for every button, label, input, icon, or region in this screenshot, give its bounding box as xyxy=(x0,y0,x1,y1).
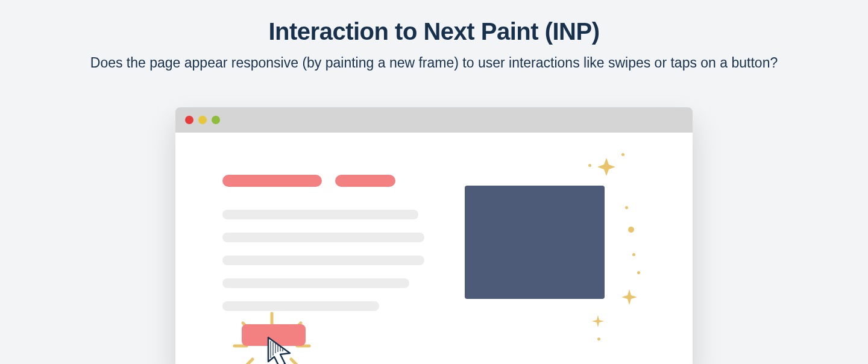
sparkle-icon xyxy=(591,315,605,328)
sparkle-dot xyxy=(625,206,628,209)
sparkle-dot xyxy=(621,153,624,156)
svg-point-13 xyxy=(628,227,634,233)
browser-mockup xyxy=(175,107,693,364)
sparkle-dot xyxy=(637,271,640,274)
svg-line-5 xyxy=(243,359,253,364)
sparkle-icon xyxy=(620,288,638,306)
window-close-dot xyxy=(185,116,193,124)
sparkle-dot xyxy=(588,164,591,167)
skeleton-text-line xyxy=(222,278,409,288)
skeleton-heading-pill xyxy=(335,175,395,187)
page-title: Interaction to Next Paint (INP) xyxy=(0,18,868,45)
sparkle-dot xyxy=(597,337,600,340)
skeleton-text-line xyxy=(222,301,379,311)
window-expand-dot xyxy=(212,116,220,124)
sparkle-icon xyxy=(596,157,617,177)
skeleton-image-block xyxy=(465,186,605,299)
window-minimize-dot xyxy=(198,116,207,124)
skeleton-heading-pill xyxy=(222,175,322,187)
skeleton-text-line xyxy=(222,233,424,242)
sparkle-icon xyxy=(627,226,635,233)
skeleton-text-line xyxy=(222,256,424,265)
skeleton-text-line xyxy=(222,210,418,219)
page-subtitle: Does the page appear responsive (by pain… xyxy=(0,55,868,71)
mock-cta-button xyxy=(242,324,306,346)
browser-titlebar xyxy=(175,107,693,133)
sparkle-dot xyxy=(632,253,635,256)
svg-line-6 xyxy=(291,359,301,364)
